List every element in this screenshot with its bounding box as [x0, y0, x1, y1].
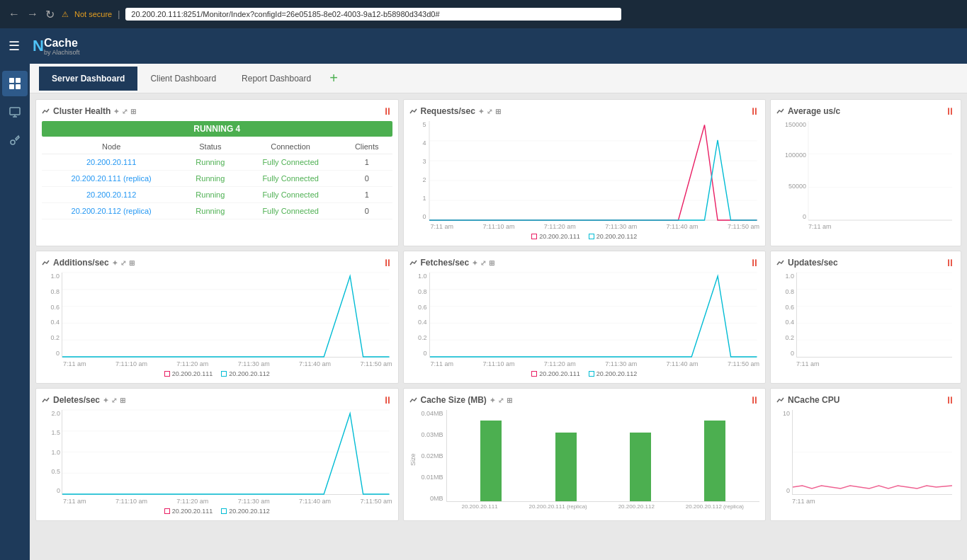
- sidenav-tools[interactable]: [2, 127, 28, 153]
- col-clients: Clients: [341, 139, 392, 154]
- additions-chart-icon: [42, 258, 50, 267]
- node-link-2[interactable]: 20.200.20.112: [86, 190, 136, 199]
- fetches-grid[interactable]: ⊞: [489, 259, 494, 267]
- not-secure-label: Not secure: [74, 10, 112, 18]
- svg-point-7: [11, 140, 15, 144]
- cache-size-header: Cache Size (MB) ✦ ⤢ ⊞ ⏸: [409, 394, 760, 406]
- avg-pause-button[interactable]: ⏸: [945, 105, 955, 117]
- requests-settings-icon[interactable]: ✦: [478, 108, 484, 115]
- cache-pause-button[interactable]: ⏸: [750, 394, 759, 406]
- reload-button[interactable]: ↻: [44, 8, 56, 21]
- col-node: Node: [42, 139, 181, 154]
- deletes-settings[interactable]: ✦: [103, 396, 108, 404]
- cluster-expand-icon[interactable]: ⤢: [122, 108, 128, 115]
- fetches-pause-button[interactable]: ⏸: [750, 257, 759, 268]
- chart-icon: [42, 107, 50, 115]
- tab-add-button[interactable]: +: [324, 70, 344, 86]
- col-status: Status: [181, 139, 239, 154]
- updates-pause-button[interactable]: ⏸: [945, 257, 955, 268]
- back-button[interactable]: ←: [7, 8, 21, 21]
- fetches-y-axis: 1.00.80.60.40.20: [410, 273, 427, 357]
- clients-cell-3: 0: [341, 203, 392, 219]
- fetches-sec-panel: Fetches/sec ✦ ⤢ ⊞ ⏸ 1.00.80.60.40.20: [403, 251, 767, 384]
- deletes-grid[interactable]: ⊞: [120, 396, 125, 404]
- deletes-sec-title: Deletes/sec ✦ ⤢ ⊞: [42, 395, 125, 405]
- cache-y-axis: 0.04MB0.03MB0.02MB0.01MB0MB: [418, 410, 443, 502]
- cpu-y-axis: 100: [779, 410, 790, 494]
- updates-sec-title: Updates/sec: [776, 258, 838, 268]
- status-cell-0: Running: [181, 154, 239, 171]
- app-logo: N Cache by Alachisoft: [33, 37, 79, 56]
- hamburger-menu[interactable]: ☰: [9, 38, 20, 54]
- url-separator: |: [118, 9, 120, 19]
- logo-n: N: [33, 37, 44, 55]
- cpu-chart-icon: [776, 396, 785, 404]
- tab-report-dashboard[interactable]: Report Dashboard: [229, 67, 324, 91]
- fetches-dot-111: [531, 371, 537, 377]
- fetches-legend-112: 20.200.20.112: [589, 370, 638, 377]
- deletes-x-axis: 7:11 am7:11:10 am7:11:20 am7:11:30 am7:1…: [63, 498, 392, 505]
- deletes-pause-button[interactable]: ⏸: [383, 394, 392, 406]
- cache-x-labels: 20.200.20.111 20.200.20.111 (replica) 20…: [446, 503, 760, 510]
- ncache-cpu-title-text: NCache CPU: [788, 395, 839, 405]
- cpu-pause-button[interactable]: ⏸: [945, 394, 955, 406]
- additions-sec-header: Additions/sec ✦ ⤢ ⊞ ⏸: [42, 257, 392, 268]
- connection-cell-0: Fully Connected: [239, 154, 341, 171]
- additions-pause-button[interactable]: ⏸: [383, 257, 392, 268]
- updates-y-axis: 1.00.80.60.40.20: [777, 273, 794, 357]
- tab-server-dashboard[interactable]: Server Dashboard: [39, 67, 137, 91]
- status-cell-3: Running: [181, 203, 239, 219]
- cluster-settings-icon[interactable]: ✦: [113, 108, 119, 115]
- fetches-expand[interactable]: ⤢: [480, 259, 486, 267]
- requests-grid-icon[interactable]: ⊞: [495, 108, 501, 115]
- additions-x-axis: 7:11 am7:11:10 am7:11:20 am7:11:30 am7:1…: [63, 360, 392, 367]
- tab-client-dashboard[interactable]: Client Dashboard: [137, 67, 229, 91]
- row-3: Deletes/sec ✦ ⤢ ⊞ ⏸ 2.01.51.00.50: [35, 388, 961, 521]
- status-cell-2: Running: [181, 187, 239, 203]
- node-link-0[interactable]: 20.200.20.111: [86, 158, 136, 166]
- cpu-chart-area: 100: [792, 410, 952, 495]
- requests-expand-icon[interactable]: ⤢: [487, 108, 492, 115]
- cache-expand[interactable]: ⤢: [498, 396, 504, 404]
- deletes-chart-area: 2.01.51.00.50: [62, 410, 390, 495]
- forward-button[interactable]: →: [26, 8, 40, 21]
- requests-sec-panel: Requests/sec ✦ ⤢ ⊞ ⏸ 543210: [403, 99, 767, 246]
- sidenav-monitor[interactable]: [2, 99, 28, 125]
- deletes-chart-svg: [62, 410, 390, 494]
- cache-settings[interactable]: ✦: [490, 396, 495, 404]
- bar-111: [480, 421, 502, 501]
- cluster-pause-button[interactable]: ⏸: [383, 105, 392, 117]
- deletes-expand[interactable]: ⤢: [111, 396, 117, 404]
- fetches-legend-111: 20.200.20.111: [531, 370, 580, 377]
- table-row: 20.200.20.112 (replica) Running Fully Co…: [42, 203, 392, 219]
- svg-rect-2: [9, 84, 14, 89]
- additions-grid[interactable]: ⊞: [129, 259, 135, 267]
- updates-sec-panel: Updates/sec ⏸ 1.00.80.60.40.20 7:11 am: [770, 251, 961, 384]
- cluster-grid-icon[interactable]: ⊞: [130, 108, 136, 115]
- additions-chart-svg: [62, 273, 390, 357]
- additions-legend-112: 20.200.20.112: [221, 370, 270, 377]
- cluster-health-header: Cluster Health ✦ ⤢ ⊞ ⏸: [42, 105, 392, 117]
- node-link-3[interactable]: 20.200.20.112 (replica): [72, 207, 152, 215]
- fetches-chart-icon: [409, 258, 418, 267]
- additions-settings[interactable]: ✦: [112, 259, 118, 267]
- additions-sec-panel: Additions/sec ✦ ⤢ ⊞ ⏸ 1.00.80.60.40.20: [35, 251, 399, 384]
- url-bar[interactable]: 20.200.20.111:8251/Monitor/Index?configI…: [125, 8, 621, 21]
- requests-legend: 20.200.20.111 20.200.20.112: [409, 233, 760, 240]
- cluster-table: Node Status Connection Clients 20.200.20…: [42, 139, 392, 219]
- requests-pause-button[interactable]: ⏸: [750, 105, 759, 117]
- ncache-cpu-title: NCache CPU: [776, 395, 839, 405]
- fetches-settings[interactable]: ✦: [472, 259, 477, 267]
- ncache-cpu-panel: NCache CPU ⏸ 100 7:11 am: [770, 388, 961, 521]
- sidenav-dashboard[interactable]: [2, 71, 28, 96]
- additions-expand[interactable]: ⤢: [120, 259, 126, 267]
- node-link-1[interactable]: 20.200.20.111 (replica): [72, 174, 152, 183]
- deletes-legend: 20.200.20.111 20.200.20.112: [42, 508, 392, 515]
- browser-nav[interactable]: ← → ↻: [7, 8, 56, 21]
- cache-size-title: Cache Size (MB) ✦ ⤢ ⊞: [409, 395, 512, 405]
- requests-x-axis: 7:11 am7:11:10 am7:11:20 am7:11:30 am7:1…: [431, 223, 760, 230]
- cache-grid[interactable]: ⊞: [507, 396, 512, 404]
- avg-chart-area: 150000100000500000: [808, 121, 952, 220]
- cluster-health-title-text: Cluster Health: [53, 106, 111, 116]
- row-1: Cluster Health ✦ ⤢ ⊞ ⏸ RUNNING 4 Node St…: [35, 99, 961, 246]
